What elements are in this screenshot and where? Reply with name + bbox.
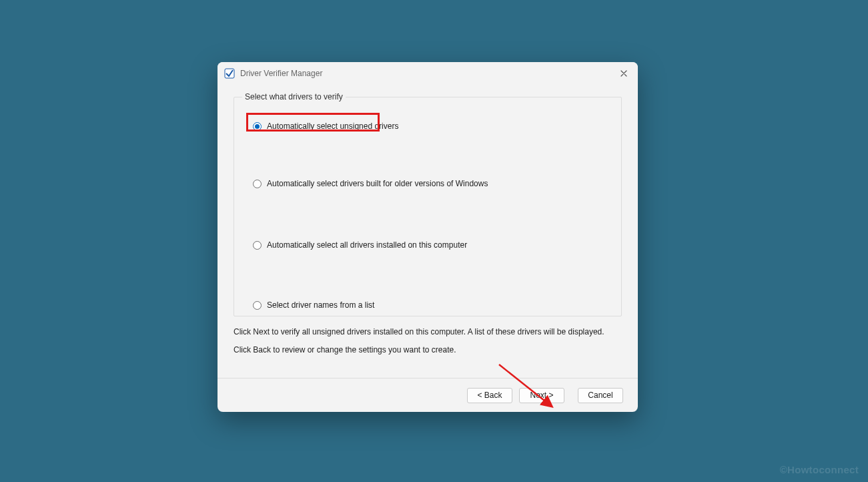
driver-select-group: Select what drivers to verify Automatica… <box>234 92 622 316</box>
next-button[interactable]: Next > <box>519 388 564 403</box>
radio-label: Select driver names from a list <box>267 300 374 310</box>
group-legend: Select what drivers to verify <box>242 92 346 101</box>
titlebar: Driver Verifier Manager <box>218 62 638 84</box>
radio-option-from-list[interactable]: Select driver names from a list <box>253 300 374 310</box>
hint-line-1: Click Next to verify all unsigned driver… <box>234 326 622 338</box>
back-button[interactable]: < Back <box>467 388 512 403</box>
dialog-footer: < Back Next > Cancel <box>218 379 638 412</box>
hint-line-2: Click Back to review or change the setti… <box>234 344 622 356</box>
radio-label: Automatically select all drivers install… <box>267 240 467 250</box>
watermark-text: ©Howtoconnect <box>780 464 859 475</box>
verifier-app-icon <box>224 68 235 79</box>
radio-indicator <box>253 180 262 188</box>
dialog-content: Select what drivers to verify Automatica… <box>218 84 638 378</box>
radio-indicator <box>253 241 262 250</box>
radio-indicator <box>253 122 262 131</box>
dialog-window: Driver Verifier Manager Select what driv… <box>218 62 638 412</box>
hint-text-block: Click Next to verify all unsigned driver… <box>234 326 622 356</box>
radio-option-older-windows[interactable]: Automatically select drivers built for o… <box>253 179 488 188</box>
window-title: Driver Verifier Manager <box>240 69 614 78</box>
cancel-button[interactable]: Cancel <box>578 388 623 403</box>
close-icon <box>620 70 627 77</box>
radio-option-all-drivers[interactable]: Automatically select all drivers install… <box>253 240 467 250</box>
radio-label: Automatically select unsigned drivers <box>267 122 398 131</box>
radio-indicator <box>253 301 262 310</box>
radio-option-unsigned[interactable]: Automatically select unsigned drivers <box>253 122 398 131</box>
radio-label: Automatically select drivers built for o… <box>267 179 488 188</box>
close-button[interactable] <box>614 65 634 81</box>
